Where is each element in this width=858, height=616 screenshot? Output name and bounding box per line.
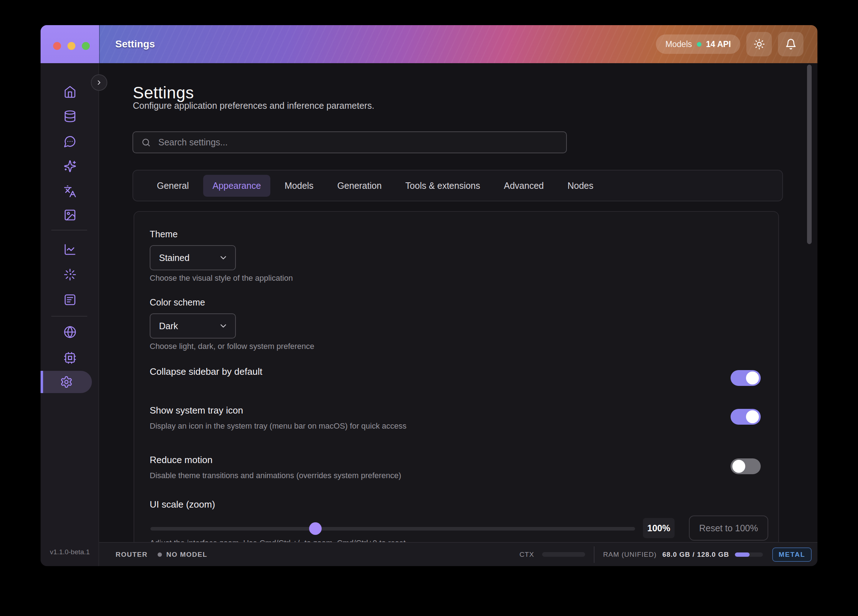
reset-ui-scale-button[interactable]: Reset to 100% — [689, 515, 768, 541]
appearance-settings-card: Theme Stained Choose the visual style of… — [134, 211, 779, 542]
color-scheme-select-value: Dark — [159, 321, 178, 331]
model-status: NO MODEL — [166, 551, 207, 558]
tab-advanced[interactable]: Advanced — [495, 175, 553, 197]
sidebar-item-images[interactable] — [40, 205, 99, 226]
settings-page: Settings Configure application preferenc… — [99, 63, 818, 542]
models-pill-label: Models — [665, 39, 692, 49]
sidebar-item-hardware[interactable] — [40, 347, 99, 368]
bell-icon — [785, 39, 797, 50]
sidebar-expand-button[interactable] — [91, 74, 107, 91]
chevron-down-icon — [219, 253, 228, 263]
page-title: Settings — [133, 83, 194, 102]
search-icon — [141, 137, 151, 148]
chevron-down-icon — [219, 321, 228, 331]
resource-status: CTX RAM (UNIFIED) 68.0 GB / 128.0 GB MET… — [519, 546, 812, 563]
collapse-sidebar-toggle[interactable] — [731, 370, 761, 386]
toggle-knob — [746, 410, 759, 423]
chart-line-icon — [64, 243, 76, 256]
sidebar: v1.1.0-beta.1 — [40, 63, 99, 566]
sparkles-icon — [64, 160, 76, 173]
color-scheme-select[interactable]: Dark — [150, 313, 236, 339]
sun-icon — [754, 39, 765, 50]
search-settings-box — [132, 131, 567, 153]
search-settings-input[interactable] — [158, 137, 558, 148]
theme-label: Theme — [150, 229, 178, 240]
ctx-label: CTX — [519, 551, 534, 558]
sidebar-titlebar-cap — [40, 25, 99, 63]
collapse-sidebar-label: Collapse sidebar by default — [150, 366, 263, 377]
globe-icon — [64, 325, 76, 339]
window-title: Settings — [115, 25, 155, 63]
sidebar-divider — [51, 230, 87, 230]
sidebar-item-notes[interactable] — [40, 289, 99, 310]
sidebar-item-translate[interactable] — [40, 181, 99, 202]
minimize-window-button[interactable] — [67, 42, 75, 50]
ram-meter — [735, 552, 763, 557]
system-tray-help: Display an icon in the system tray (menu… — [150, 422, 406, 431]
close-window-button[interactable] — [53, 42, 61, 50]
gear-icon — [60, 375, 73, 389]
ui-scale-slider-thumb[interactable] — [309, 522, 322, 535]
statusbar-main: ROUTER NO MODEL CTX RAM (UNIFIED) 68.0 G… — [99, 542, 818, 566]
active-item-accent — [40, 371, 43, 393]
system-tray-toggle[interactable] — [731, 409, 761, 425]
ui-scale-help: Adjust the interface zoom. Use Cmd/Ctrl … — [150, 538, 406, 542]
titlebar-actions: Models 14 API — [656, 25, 804, 63]
system-tray-label: Show system tray icon — [150, 405, 243, 416]
ui-scale-slider[interactable] — [151, 527, 635, 530]
sidebar-item-analytics[interactable] — [40, 239, 99, 260]
home-icon — [64, 86, 76, 98]
page-subtitle: Configure application preferences and in… — [133, 101, 375, 111]
sidebar-item-settings[interactable] — [40, 371, 92, 393]
reduce-motion-label: Reduce motion — [150, 454, 213, 465]
toggle-knob — [746, 372, 759, 384]
color-scheme-help: Choose light, dark, or follow system pre… — [150, 342, 314, 351]
sidebar-item-chat[interactable] — [40, 131, 99, 152]
sidebar-item-spark[interactable] — [40, 264, 99, 285]
online-dot-icon — [697, 42, 701, 47]
database-icon — [64, 110, 76, 123]
tab-models[interactable]: Models — [275, 175, 323, 197]
tab-nodes[interactable]: Nodes — [558, 175, 603, 197]
theme-select-value: Stained — [159, 253, 190, 263]
cpu-icon — [64, 352, 76, 364]
sidebar-divider — [51, 316, 87, 317]
ram-meter-fill — [735, 552, 749, 557]
model-status-dot-icon — [158, 552, 162, 557]
app-window: Settings Models 14 API — [40, 25, 818, 566]
reduce-motion-toggle[interactable] — [731, 459, 761, 474]
scrollbar[interactable] — [807, 65, 812, 244]
router-status: ROUTER NO MODEL — [116, 551, 207, 558]
backend-badge: METAL — [772, 548, 812, 562]
notifications-button[interactable] — [778, 32, 804, 56]
statusbar: ROUTER NO MODEL CTX RAM (UNIFIED) 68.0 G… — [40, 542, 818, 566]
brightness-toggle-button[interactable] — [746, 32, 772, 56]
router-label: ROUTER — [116, 551, 148, 558]
settings-tabs: General Appearance Models Generation Too… — [132, 170, 783, 201]
color-scheme-label: Color scheme — [150, 297, 205, 308]
chat-bubble-icon — [64, 135, 76, 148]
tab-generation[interactable]: Generation — [328, 175, 391, 197]
sidebar-item-generate[interactable] — [40, 156, 99, 177]
maximize-window-button[interactable] — [82, 42, 90, 50]
toggle-knob — [732, 460, 745, 473]
tab-general[interactable]: General — [148, 175, 198, 197]
ram-value: 68.0 GB / 128.0 GB — [662, 551, 729, 558]
translate-icon — [64, 185, 76, 198]
ui-scale-label: UI scale (zoom) — [150, 499, 215, 510]
models-pill-value: 14 API — [706, 39, 731, 49]
sidebar-item-home[interactable] — [40, 81, 99, 102]
models-status-pill[interactable]: Models 14 API — [656, 34, 740, 54]
image-icon — [64, 208, 76, 221]
tab-appearance[interactable]: Appearance — [203, 175, 270, 197]
spark-burst-icon — [64, 268, 76, 281]
tab-tools-extensions[interactable]: Tools & extensions — [396, 175, 489, 197]
chevron-right-icon — [95, 79, 103, 86]
statusbar-divider — [594, 546, 594, 563]
ui-scale-value: 100% — [643, 518, 675, 538]
reduce-motion-help: Disable theme transitions and animations… — [150, 471, 401, 480]
sidebar-item-network[interactable] — [40, 322, 99, 342]
theme-help: Choose the visual style of the applicati… — [150, 274, 293, 283]
sidebar-item-models[interactable] — [40, 106, 99, 127]
theme-select[interactable]: Stained — [150, 245, 236, 270]
